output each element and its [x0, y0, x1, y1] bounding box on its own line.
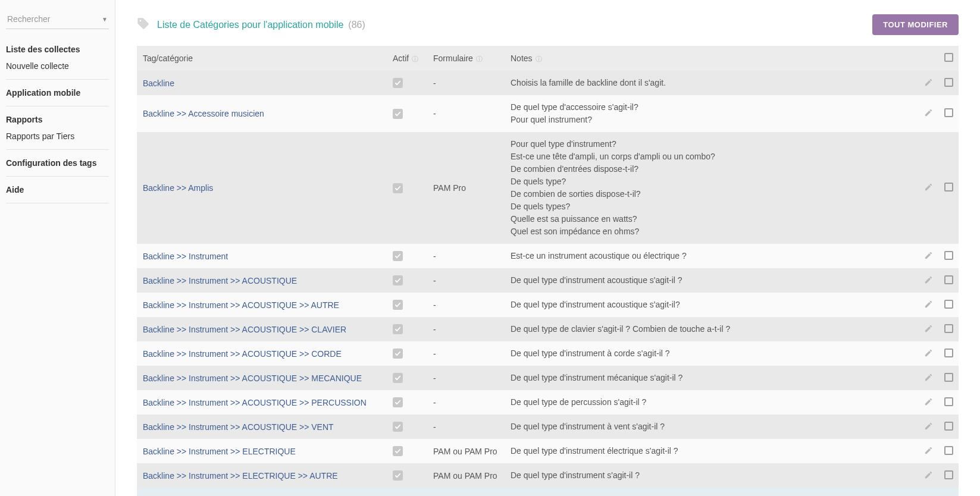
info-icon: ⓘ — [474, 55, 483, 62]
form-cell: - — [427, 268, 505, 293]
col-notes-header: Notes ⓘ — [505, 46, 918, 71]
edit-button[interactable] — [918, 132, 938, 244]
edit-button[interactable] — [918, 71, 938, 95]
edit-button[interactable] — [918, 244, 938, 268]
active-cell — [387, 463, 427, 488]
row-checkbox[interactable] — [944, 446, 953, 455]
col-check-header[interactable] — [938, 46, 959, 71]
form-cell: - — [427, 366, 505, 390]
search-select[interactable]: Rechercher ▼ — [6, 11, 109, 29]
sidebar-item[interactable]: Rapports — [6, 111, 109, 128]
info-icon: ⓘ — [410, 55, 418, 62]
form-cell: - — [427, 341, 505, 366]
modify-all-button[interactable]: TOUT MODIFIER — [872, 14, 959, 35]
tag-link[interactable]: Backline >> Instrument >> ACOUSTIQUE >> … — [137, 317, 387, 341]
row-checkbox[interactable] — [944, 108, 953, 117]
sidebar-item[interactable]: Configuration des tags — [6, 155, 109, 171]
active-cell — [387, 341, 427, 366]
tag-link[interactable]: Backline >> Instrument — [137, 244, 387, 268]
edit-button[interactable] — [918, 95, 938, 132]
checkbox-checked-icon — [393, 109, 403, 119]
tag-link[interactable]: Backline >> Instrument >> ACOUSTIQUE >> … — [137, 415, 387, 439]
row-checkbox[interactable] — [944, 275, 953, 284]
edit-button[interactable] — [918, 488, 938, 496]
row-checkbox[interactable] — [944, 183, 953, 192]
tag-link[interactable]: Backline >> Instrument >> ACOUSTIQUE — [137, 268, 387, 293]
page-header: Liste de Catégories pour l'application m… — [137, 14, 959, 35]
row-checkbox[interactable] — [944, 470, 953, 479]
main-content: Liste de Catégories pour l'application m… — [115, 0, 980, 496]
active-cell — [387, 268, 427, 293]
sidebar-item[interactable]: Aide — [6, 181, 109, 198]
col-active-header: Actif ⓘ — [387, 46, 427, 71]
table-row: Backline >> Instrument >> ACOUSTIQUE >> … — [137, 317, 959, 341]
tag-link[interactable]: Backline >> Instrument >> ACOUSTIQUE >> … — [137, 390, 387, 415]
active-cell — [387, 293, 427, 317]
tag-link[interactable]: Backline >> Instrument >> ACOUSTIQUE >> … — [137, 293, 387, 317]
notes-cell: De quel type de clavier s'agit-il ? Comb… — [505, 317, 918, 341]
checkbox-checked-icon — [393, 251, 403, 261]
col-form-header: Formulaire ⓘ — [427, 46, 505, 71]
checkbox-checked-icon — [393, 275, 403, 285]
table-row: Backline >> Instrument >> ELECTRIQUE >> … — [137, 463, 959, 488]
edit-button[interactable] — [918, 463, 938, 488]
form-cell: - — [427, 415, 505, 439]
table-row: Backline >> Instrument >> ACOUSTIQUE >> … — [137, 293, 959, 317]
checkbox-checked-icon — [393, 300, 403, 310]
tag-link[interactable]: Backline >> Instrument >> ACOUSTIQUE >> … — [137, 366, 387, 390]
form-cell: PAM ou PAM Pro — [427, 463, 505, 488]
tag-link[interactable]: Backline >> Accessoire musicien — [137, 95, 387, 132]
sidebar-item[interactable]: Nouvelle collecte — [6, 58, 109, 74]
form-cell: PAM ou PAM Pro — [427, 488, 505, 496]
table-row: Backline-Choisis la famille de backline … — [137, 71, 959, 95]
form-cell: - — [427, 390, 505, 415]
row-checkbox[interactable] — [944, 78, 953, 87]
tag-link[interactable]: Backline — [137, 71, 387, 95]
row-checkbox[interactable] — [944, 300, 953, 309]
search-placeholder: Rechercher — [7, 14, 50, 24]
edit-button[interactable] — [918, 366, 938, 390]
checkbox-checked-icon — [393, 446, 403, 456]
checkbox-checked-icon — [393, 324, 403, 334]
sidebar-item[interactable]: Liste des collectes — [6, 41, 109, 58]
active-cell — [387, 317, 427, 341]
categories-table: Tag/catégorie Actif ⓘ Formulaire ⓘ Notes… — [137, 46, 959, 496]
select-all-checkbox[interactable] — [944, 53, 953, 62]
edit-button[interactable] — [918, 293, 938, 317]
tag-link[interactable]: Backline >> Instrument >> ELECTRIQUE >> … — [137, 463, 387, 488]
active-cell — [387, 366, 427, 390]
tag-link[interactable]: Backline >> Instrument >> ELECTRIQUE — [137, 439, 387, 463]
form-cell: - — [427, 317, 505, 341]
chevron-down-icon: ▼ — [102, 16, 108, 23]
active-cell — [387, 244, 427, 268]
edit-button[interactable] — [918, 268, 938, 293]
row-checkbox[interactable] — [944, 397, 953, 406]
checkbox-checked-icon — [393, 183, 403, 193]
row-checkbox[interactable] — [944, 422, 953, 431]
table-row: Backline >> Instrument-Est-ce un instrum… — [137, 244, 959, 268]
edit-button[interactable] — [918, 341, 938, 366]
active-cell — [387, 488, 427, 496]
row-checkbox[interactable] — [944, 349, 953, 357]
edit-button[interactable] — [918, 415, 938, 439]
active-cell — [387, 95, 427, 132]
row-checkbox[interactable] — [944, 373, 953, 382]
checkbox-checked-icon — [393, 397, 403, 407]
edit-button[interactable] — [918, 439, 938, 463]
tag-link[interactable]: Backline >> Instrument >> ELECTRIQUE >> … — [137, 488, 387, 496]
form-cell: - — [427, 95, 505, 132]
row-checkbox[interactable] — [944, 324, 953, 333]
sidebar-item[interactable]: Rapports par Tiers — [6, 128, 109, 145]
edit-button[interactable] — [918, 390, 938, 415]
active-cell — [387, 439, 427, 463]
notes-cell: De quel type d'instrument électrique s'a… — [505, 439, 918, 463]
notes-cell: De combien de réglages dispose-t-elle? D… — [505, 488, 918, 496]
edit-button[interactable] — [918, 317, 938, 341]
tag-link[interactable]: Backline >> Amplis — [137, 132, 387, 244]
sidebar-item[interactable]: Application mobile — [6, 84, 109, 101]
tag-link[interactable]: Backline >> Instrument >> ACOUSTIQUE >> … — [137, 341, 387, 366]
form-cell: PAM ou PAM Pro — [427, 439, 505, 463]
active-cell — [387, 132, 427, 244]
page-count: (86) — [348, 20, 365, 30]
row-checkbox[interactable] — [944, 251, 953, 260]
